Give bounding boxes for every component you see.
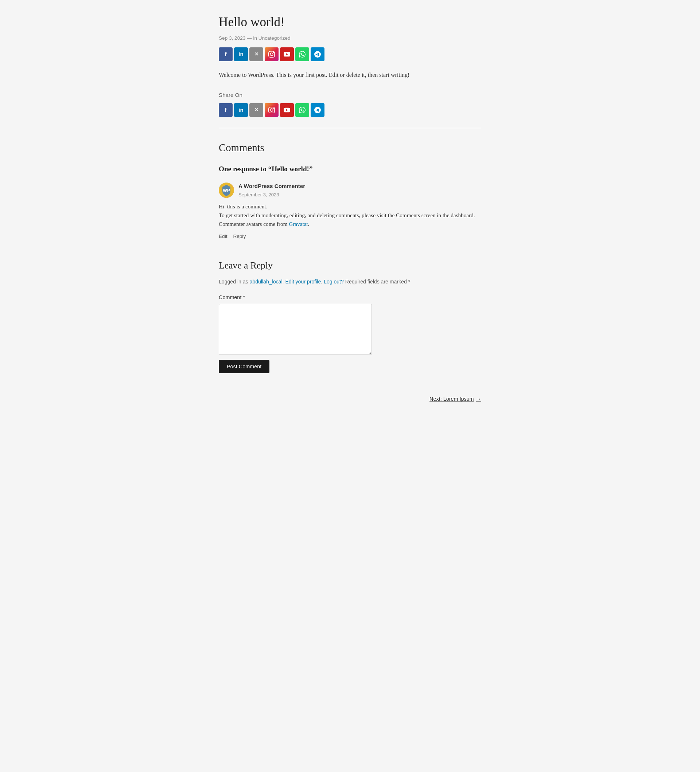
comment-textarea[interactable]	[219, 304, 372, 355]
article-category[interactable]: Uncategorized	[259, 35, 290, 41]
share-on-label: Share On	[219, 91, 481, 100]
logged-in-user-link[interactable]: abdullah_local	[250, 279, 282, 285]
article-body: Welcome to WordPress. This is your first…	[219, 70, 481, 80]
required-fields-note: Required fields are marked	[345, 279, 407, 285]
whatsapp-button-top[interactable]	[295, 47, 309, 61]
comments-section: Comments One response to “Hello world!” …	[219, 139, 481, 240]
comment-actions: Edit Reply	[219, 232, 481, 240]
post-comment-button[interactable]: Post Comment	[219, 360, 269, 373]
page-wrapper: Hello world! Sep 3, 2023 — in Uncategori…	[211, 0, 489, 432]
comments-response-heading: One response to “Hello world!”	[219, 164, 481, 175]
logout-link[interactable]: Log out?	[324, 279, 344, 285]
twitter-button-bottom[interactable]: ✕	[249, 103, 263, 117]
required-marker: *	[408, 279, 410, 285]
comment-required-marker: *	[243, 294, 245, 300]
gravatar-link[interactable]: Gravatar	[289, 221, 308, 227]
next-post-link[interactable]: Next: Lorem Ipsum →	[430, 395, 481, 403]
comment-item: WP A WordPress Commenter September 3, 20…	[219, 182, 481, 240]
instagram-button-top[interactable]	[265, 47, 279, 61]
reply-comment-link[interactable]: Reply	[233, 232, 246, 240]
comments-title: Comments	[219, 139, 481, 156]
comment-field-wrapper: Comment *	[219, 293, 481, 355]
instagram-button-bottom[interactable]	[265, 103, 279, 117]
article-meta: Sep 3, 2023 — in Uncategorized	[219, 34, 481, 42]
comment-label: Comment *	[219, 293, 481, 302]
comment-author-row: WP A WordPress Commenter September 3, 20…	[219, 182, 481, 198]
comment-line-3: Commenter avatars come from Gravatar.	[219, 220, 481, 229]
social-buttons-bottom: f in ✕	[219, 103, 481, 117]
comment-avatar: WP	[219, 183, 234, 198]
youtube-button-bottom[interactable]	[280, 103, 294, 117]
next-arrow: →	[476, 395, 481, 403]
next-post-label: Next: Lorem Ipsum	[430, 395, 474, 403]
leave-reply-title: Leave a Reply	[219, 258, 481, 273]
logged-in-prefix: Logged in as	[219, 279, 250, 285]
comment-line-2: To get started with moderating, editing,…	[219, 211, 481, 220]
comment-label-text: Comment	[219, 294, 241, 300]
edit-comment-link[interactable]: Edit	[219, 232, 227, 240]
comment-text: Hi, this is a comment. To get started wi…	[219, 202, 481, 229]
logged-in-text: Logged in as abdullah_local. Edit your p…	[219, 278, 481, 286]
whatsapp-button-bottom[interactable]	[295, 103, 309, 117]
comment-date: September 3, 2023	[238, 191, 305, 199]
social-buttons-top: f in ✕	[219, 47, 481, 61]
svg-text:WP: WP	[223, 188, 230, 193]
telegram-button-top[interactable]	[311, 47, 325, 61]
facebook-button-bottom[interactable]: f	[219, 103, 233, 117]
divider	[219, 128, 481, 128]
leave-reply-section: Leave a Reply Logged in as abdullah_loca…	[219, 258, 481, 373]
article-title: Hello world!	[219, 15, 481, 30]
post-navigation: Next: Lorem Ipsum →	[219, 395, 481, 403]
facebook-button-top[interactable]: f	[219, 47, 233, 61]
article-date: Sep 3, 2023	[219, 35, 245, 41]
comment-author-info: A WordPress Commenter September 3, 2023	[238, 182, 305, 198]
telegram-button-bottom[interactable]	[311, 103, 325, 117]
comment-line-1: Hi, this is a comment.	[219, 202, 481, 211]
meta-separator: — in	[247, 35, 259, 41]
linkedin-button-top[interactable]: in	[234, 47, 248, 61]
linkedin-button-bottom[interactable]: in	[234, 103, 248, 117]
comment-author-name: A WordPress Commenter	[238, 182, 305, 191]
edit-profile-link[interactable]: Edit your profile	[285, 279, 321, 285]
article-content: Welcome to WordPress. This is your first…	[219, 70, 481, 80]
twitter-button-top[interactable]: ✕	[249, 47, 263, 61]
youtube-button-top[interactable]	[280, 47, 294, 61]
